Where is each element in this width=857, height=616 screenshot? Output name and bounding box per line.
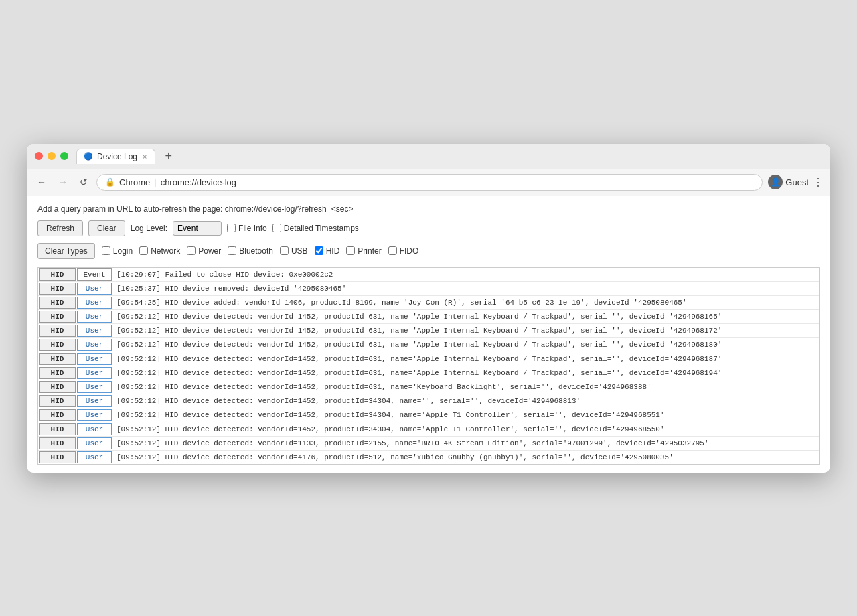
filter-printer-checkbox[interactable] <box>346 246 355 255</box>
browser-window: 🔵 Device Log × + ← → ↺ 🔒 Chrome | chrome… <box>27 144 830 473</box>
filter-bluetooth[interactable]: Bluetooth <box>228 246 273 256</box>
log-level-cell[interactable]: Event <box>77 268 112 281</box>
detailed-timestamps-label: Detailed Timestamps <box>284 224 359 233</box>
info-bar: Add a query param in URL to auto-refresh… <box>37 204 820 214</box>
url-separator: | <box>154 177 156 187</box>
forward-button[interactable]: → <box>55 175 71 189</box>
browser-name: Chrome <box>119 177 150 187</box>
log-type-cell: HID <box>39 325 76 337</box>
close-button[interactable] <box>35 152 43 160</box>
log-level-cell[interactable]: User <box>77 353 112 365</box>
filter-network-checkbox[interactable] <box>139 246 148 255</box>
log-type-cell: HID <box>39 297 76 309</box>
log-message-cell: [09:52:12] HID device detected: vendorId… <box>112 324 819 337</box>
log-level-cell[interactable]: User <box>77 311 112 323</box>
filter-login[interactable]: Login <box>102 246 133 256</box>
log-message-cell: [09:52:12] HID device detected: vendorId… <box>112 408 819 422</box>
log-level-cell[interactable]: User <box>77 409 112 421</box>
log-level-cell[interactable]: User <box>77 423 112 435</box>
clear-button[interactable]: Clear <box>88 220 125 236</box>
log-level-select-wrapper: Event Debug Info Warning Error <box>173 221 222 236</box>
file-info-checkbox[interactable] <box>227 224 236 232</box>
table-row: HIDUser[09:52:12] HID device detected: v… <box>38 437 819 451</box>
reload-button[interactable]: ↺ <box>76 175 91 189</box>
log-message-cell: [10:25:37] HID device removed: deviceId=… <box>112 282 819 295</box>
filter-bluetooth-label: Bluetooth <box>239 246 273 256</box>
log-message-cell: [09:52:12] HID device detected: vendorId… <box>112 366 819 380</box>
log-level-cell[interactable]: User <box>77 381 112 393</box>
filter-network[interactable]: Network <box>139 246 180 256</box>
log-message-cell: [09:52:12] HID device detected: vendorId… <box>112 338 819 352</box>
log-level-cell[interactable]: User <box>77 283 112 295</box>
tab-bar: 🔵 Device Log × + <box>76 148 822 165</box>
minimize-button[interactable] <box>48 152 56 160</box>
profile-area: 👤 Guest ⋮ <box>768 175 824 189</box>
table-row: HIDUser[09:54:25] HID device added: vend… <box>38 296 819 310</box>
detailed-timestamps-checkbox-label[interactable]: Detailed Timestamps <box>272 224 359 233</box>
page-content: Add a query param in URL to auto-refresh… <box>27 196 830 473</box>
table-row: HIDUser[10:25:37] HID device removed: de… <box>38 282 819 296</box>
filter-fido-label: FIDO <box>400 246 419 256</box>
filter-hid-label: HID <box>326 246 340 256</box>
filter-power-checkbox[interactable] <box>187 246 196 255</box>
filter-usb-checkbox[interactable] <box>280 246 289 255</box>
log-type-cell: HID <box>39 409 76 421</box>
filter-usb-label: USB <box>291 246 308 256</box>
log-message-cell: [09:52:12] HID device detected: vendorId… <box>112 380 819 394</box>
profile-button[interactable]: 👤 Guest <box>768 175 809 189</box>
active-tab[interactable]: 🔵 Device Log × <box>76 149 155 164</box>
filter-network-label: Network <box>151 246 180 256</box>
filter-bluetooth-checkbox[interactable] <box>228 246 236 255</box>
log-type-cell: HID <box>39 311 76 323</box>
maximize-button[interactable] <box>60 152 68 160</box>
detailed-timestamps-checkbox[interactable] <box>272 224 281 232</box>
log-type-cell: HID <box>39 339 76 351</box>
filter-row: Clear Types Login Network Power Bluetoot… <box>37 243 820 259</box>
url-text: chrome://device-log <box>161 177 236 187</box>
filter-usb[interactable]: USB <box>280 246 308 256</box>
secure-icon: 🔒 <box>105 177 115 187</box>
log-message-cell: [09:52:12] HID device detected: vendorId… <box>112 451 819 464</box>
log-message-cell: [09:52:12] HID device detected: vendorId… <box>112 437 819 450</box>
log-level-cell[interactable]: User <box>77 437 112 449</box>
filter-hid-checkbox[interactable] <box>315 246 323 255</box>
new-tab-button[interactable]: + <box>161 148 176 165</box>
filter-login-checkbox[interactable] <box>102 246 110 255</box>
log-level-cell[interactable]: User <box>77 325 112 337</box>
table-row: HIDUser[09:52:12] HID device detected: v… <box>38 394 819 408</box>
log-level-cell[interactable]: User <box>77 367 112 379</box>
log-level-label: Log Level: <box>131 224 167 233</box>
log-type-cell: HID <box>39 353 76 365</box>
refresh-button[interactable]: Refresh <box>37 220 83 236</box>
log-message-cell: [09:54:25] HID device added: vendorId=14… <box>112 296 819 309</box>
clear-types-button[interactable]: Clear Types <box>37 243 95 259</box>
profile-icon: 👤 <box>768 175 783 189</box>
log-level-cell[interactable]: User <box>77 339 112 351</box>
log-type-cell: HID <box>39 423 76 435</box>
table-row: HIDUser[09:52:12] HID device detected: v… <box>38 338 819 352</box>
url-bar[interactable]: 🔒 Chrome | chrome://device-log <box>96 174 763 191</box>
table-row: HIDUser[09:52:12] HID device detected: v… <box>38 380 819 394</box>
log-message-cell: [10:29:07] Failed to close HID device: 0… <box>112 268 819 281</box>
log-level-select[interactable]: Event Debug Info Warning Error <box>173 221 222 236</box>
back-button[interactable]: ← <box>33 175 50 189</box>
tab-title: Device Log <box>97 152 137 161</box>
menu-icon[interactable]: ⋮ <box>813 176 824 189</box>
filter-fido-checkbox[interactable] <box>388 246 397 255</box>
tab-close-icon[interactable]: × <box>141 153 148 161</box>
log-level-cell[interactable]: User <box>77 451 112 463</box>
file-info-checkbox-label[interactable]: File Info <box>227 224 267 233</box>
log-message-cell: [09:52:12] HID device detected: vendorId… <box>112 394 819 408</box>
addressbar: ← → ↺ 🔒 Chrome | chrome://device-log 👤 G… <box>27 169 830 196</box>
table-row: HIDUser[09:52:12] HID device detected: v… <box>38 352 819 366</box>
log-message-cell: [09:52:12] HID device detected: vendorId… <box>112 310 819 323</box>
log-level-cell[interactable]: User <box>77 297 112 309</box>
filter-fido[interactable]: FIDO <box>388 246 419 256</box>
filter-power[interactable]: Power <box>187 246 221 256</box>
log-message-cell: [09:52:12] HID device detected: vendorId… <box>112 352 819 366</box>
log-level-cell[interactable]: User <box>77 395 112 407</box>
filter-printer[interactable]: Printer <box>346 246 381 256</box>
filter-hid[interactable]: HID <box>315 246 340 256</box>
log-message-cell: [09:52:12] HID device detected: vendorId… <box>112 422 819 436</box>
filter-power-label: Power <box>198 246 221 256</box>
